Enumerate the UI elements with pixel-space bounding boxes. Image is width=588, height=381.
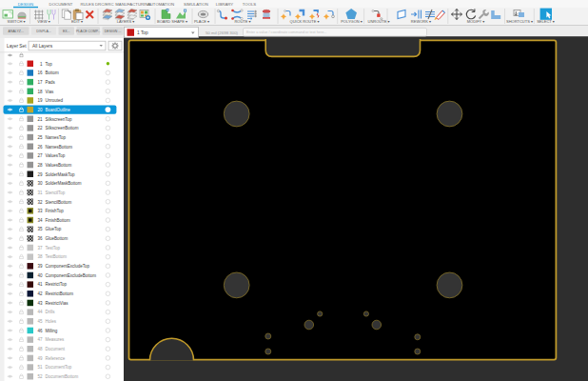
svg-text:Vias: Vias xyxy=(46,90,54,94)
svg-text:EDIT ▾: EDIT ▾ xyxy=(71,19,83,24)
svg-text:17: 17 xyxy=(37,80,43,85)
svg-text:FinishTop: FinishTop xyxy=(46,209,65,213)
svg-text:LIBRARY: LIBRARY xyxy=(216,2,233,7)
svg-text:ComponentExcludeBottom: ComponentExcludeBottom xyxy=(46,273,97,278)
svg-text:32: 32 xyxy=(37,200,43,205)
svg-text:Top: Top xyxy=(46,62,53,67)
svg-text:19: 19 xyxy=(37,98,43,103)
svg-text:SilkscreenTop: SilkscreenTop xyxy=(46,117,73,122)
svg-text:45: 45 xyxy=(37,319,43,324)
svg-text:Drills: Drills xyxy=(46,310,56,314)
svg-text:33: 33 xyxy=(37,209,43,213)
svg-text:DocumentTop: DocumentTop xyxy=(46,365,72,370)
svg-text:QUICK ROUTE ▾: QUICK ROUTE ▾ xyxy=(290,19,320,24)
svg-text:43: 43 xyxy=(37,301,43,306)
svg-text:27: 27 xyxy=(37,153,43,158)
svg-text:FinishBottom: FinishBottom xyxy=(46,218,71,223)
svg-text:49: 49 xyxy=(37,356,43,361)
svg-text:VIEW ▾: VIEW ▾ xyxy=(37,19,49,24)
svg-text:1 Top: 1 Top xyxy=(137,30,148,35)
svg-text:42: 42 xyxy=(37,291,43,296)
svg-text:DESIGN ...: DESIGN ... xyxy=(105,30,121,33)
svg-text:26: 26 xyxy=(37,145,43,150)
svg-text:20: 20 xyxy=(37,108,43,112)
svg-text:21: 21 xyxy=(37,117,43,122)
svg-text:RestrictBottom: RestrictBottom xyxy=(46,291,74,296)
svg-text:TestBottom: TestBottom xyxy=(46,254,68,259)
svg-text:47: 47 xyxy=(37,337,43,342)
svg-text:50 mil (2698 300): 50 mil (2698 300) xyxy=(206,30,239,35)
svg-text:SHORTCUTS ▾: SHORTCUTS ▾ xyxy=(506,19,533,24)
svg-text:PLACE ▾: PLACE ▾ xyxy=(194,19,209,24)
svg-text:34: 34 xyxy=(37,218,43,223)
svg-text:38: 38 xyxy=(37,254,43,259)
svg-text:StencilBottom: StencilBottom xyxy=(46,200,72,205)
svg-text:SilkscreenBottom: SilkscreenBottom xyxy=(46,126,79,130)
svg-text:SELECT ▾: SELECT ▾ xyxy=(537,19,555,24)
svg-text:48: 48 xyxy=(37,347,43,351)
svg-text:52: 52 xyxy=(37,374,43,379)
svg-text:DOCUMENT: DOCUMENT xyxy=(49,2,73,7)
svg-text:28: 28 xyxy=(37,163,43,168)
svg-text:22: 22 xyxy=(37,126,43,130)
svg-text:EX...: EX... xyxy=(63,30,70,33)
svg-text:RestrictTop: RestrictTop xyxy=(46,282,68,287)
svg-text:MANUFACTURING: MANUFACTURING xyxy=(115,2,151,7)
svg-text:MODIFY ▾: MODIFY ▾ xyxy=(467,19,485,24)
svg-text:StencilTop: StencilTop xyxy=(46,190,66,195)
svg-text:25: 25 xyxy=(37,135,43,140)
svg-text:UNROUTE ▾: UNROUTE ▾ xyxy=(368,19,390,24)
svg-text:ValuesBottom: ValuesBottom xyxy=(46,163,72,168)
svg-text:BoardOutline: BoardOutline xyxy=(46,108,71,112)
svg-text:Milling: Milling xyxy=(46,329,58,333)
svg-text:51: 51 xyxy=(37,365,43,370)
svg-text:BOARD SHAPE ▾: BOARD SHAPE ▾ xyxy=(157,19,187,24)
svg-text:Enter a value / coordinate com: Enter a value / coordinate command or te… xyxy=(246,30,326,34)
svg-text:Holes: Holes xyxy=(46,319,57,324)
svg-text:POLYGON ▾: POLYGON ▾ xyxy=(341,19,363,24)
svg-text:39: 39 xyxy=(37,264,43,269)
svg-text:Layer Set: Layer Set xyxy=(7,44,27,49)
svg-text:TestTop: TestTop xyxy=(46,246,61,251)
svg-text:ComponentExcludeTop: ComponentExcludeTop xyxy=(46,264,90,269)
svg-text:RULES DRC/ERC: RULES DRC/ERC xyxy=(80,2,113,7)
svg-text:REWORK ▾: REWORK ▾ xyxy=(411,19,431,24)
svg-text:Reference: Reference xyxy=(46,356,66,361)
svg-text:DocumentBottom: DocumentBottom xyxy=(46,374,79,379)
svg-text:44: 44 xyxy=(37,310,43,314)
svg-text:Document: Document xyxy=(46,347,66,351)
svg-text:SolderMaskBottom: SolderMaskBottom xyxy=(46,181,82,186)
svg-text:40: 40 xyxy=(37,273,43,278)
svg-text:NamesTop: NamesTop xyxy=(46,135,67,140)
svg-text:GlueBottom: GlueBottom xyxy=(46,236,69,241)
svg-text:AUTOMATION: AUTOMATION xyxy=(147,2,174,7)
svg-text:SWITCH ▾: SWITCH ▾ xyxy=(8,19,26,24)
svg-text:ROUTE ▾: ROUTE ▾ xyxy=(234,19,250,24)
svg-text:36: 36 xyxy=(37,236,43,241)
svg-text:TOOLS: TOOLS xyxy=(243,2,257,7)
svg-text:30: 30 xyxy=(37,181,43,186)
svg-text:41: 41 xyxy=(37,282,43,287)
svg-text:NamesBottom: NamesBottom xyxy=(46,145,73,150)
svg-text:SIMULATION: SIMULATION xyxy=(184,2,208,7)
svg-text:DESIGN: DESIGN xyxy=(18,2,33,7)
svg-text:SolderMaskTop: SolderMaskTop xyxy=(46,172,76,177)
svg-text:Bottom: Bottom xyxy=(46,70,60,75)
svg-text:ANALYZ...: ANALYZ... xyxy=(9,30,24,33)
svg-text:18: 18 xyxy=(37,90,43,94)
svg-text:All Layers: All Layers xyxy=(32,44,53,49)
svg-text:PLACE COMP...: PLACE COMP... xyxy=(76,30,100,33)
svg-text:35: 35 xyxy=(37,227,43,231)
svg-text:16: 16 xyxy=(37,70,43,75)
svg-text:DISPLA...: DISPLA... xyxy=(36,30,50,33)
svg-text:LAYERS ▾: LAYERS ▾ xyxy=(117,19,135,24)
svg-text:29: 29 xyxy=(37,172,43,177)
svg-text:46: 46 xyxy=(37,329,43,333)
svg-text:RestrictVias: RestrictVias xyxy=(46,301,69,306)
svg-text:Unrouted: Unrouted xyxy=(46,98,64,103)
svg-text:Measures: Measures xyxy=(46,337,66,342)
svg-text:37: 37 xyxy=(37,246,43,251)
svg-text:Pads: Pads xyxy=(46,80,56,85)
svg-text:GlueTop: GlueTop xyxy=(46,227,62,231)
svg-text:ValuesTop: ValuesTop xyxy=(46,153,66,158)
